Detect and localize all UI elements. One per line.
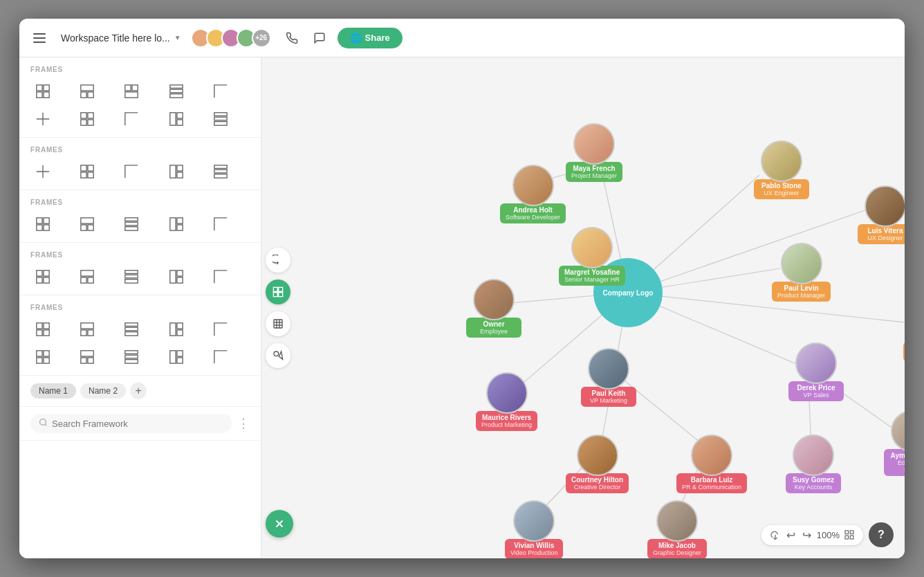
svg-rect-17 bbox=[81, 120, 86, 125]
org-node-luis[interactable]: Luis Vitera UX Designer bbox=[858, 185, 905, 244]
frame-icon[interactable] bbox=[30, 264, 55, 289]
frame-icon[interactable] bbox=[75, 107, 100, 131]
frame-icon[interactable] bbox=[119, 317, 144, 342]
chat-icon[interactable] bbox=[310, 28, 329, 48]
frame-icon[interactable] bbox=[75, 212, 100, 237]
share-button[interactable]: 🌐 Share bbox=[338, 28, 403, 48]
frame-icon[interactable] bbox=[30, 345, 55, 369]
frame-icon[interactable] bbox=[208, 317, 233, 342]
frame-icon[interactable] bbox=[75, 79, 100, 104]
org-node-margret[interactable]: Margret Yosafine Senior Manager HR bbox=[559, 227, 625, 286]
org-node-pablo[interactable]: Pablo Stone UX Engineer bbox=[754, 140, 809, 199]
frames-section-2: FRAMES bbox=[19, 138, 261, 190]
tool-grid[interactable] bbox=[266, 280, 290, 304]
frame-icon[interactable] bbox=[75, 264, 100, 289]
search-icon bbox=[39, 418, 48, 429]
frame-icon[interactable] bbox=[208, 79, 233, 104]
frame-icon[interactable] bbox=[164, 345, 189, 369]
frames-label-1: FRAMES bbox=[30, 66, 250, 73]
frame-icon[interactable] bbox=[75, 159, 100, 184]
svg-point-121 bbox=[274, 351, 279, 356]
svg-rect-0 bbox=[37, 85, 42, 91]
org-node-mike[interactable]: Mike Jacob Graphic Designer bbox=[647, 500, 707, 558]
frame-icon[interactable] bbox=[164, 107, 189, 131]
frame-icon[interactable] bbox=[30, 212, 55, 237]
frame-icon[interactable] bbox=[119, 79, 144, 104]
frames-section-3: FRAMES bbox=[19, 190, 261, 243]
org-node-susy[interactable]: Susy Gomez Key Accounts bbox=[786, 434, 841, 493]
add-tag-button[interactable]: + bbox=[130, 383, 147, 399]
frame-icon[interactable] bbox=[30, 107, 55, 131]
svg-rect-65 bbox=[37, 330, 42, 336]
menu-button[interactable] bbox=[30, 27, 53, 49]
tag-2[interactable]: Name 2 bbox=[80, 383, 126, 399]
svg-rect-108 bbox=[845, 531, 849, 534]
phone-icon[interactable] bbox=[282, 28, 302, 48]
frames-section-4: FRAMES bbox=[19, 243, 261, 295]
card-susy: Susy Gomez Key Accounts bbox=[786, 473, 841, 493]
frame-icon[interactable] bbox=[208, 212, 233, 237]
org-node-courtney[interactable]: Courtney Hilton Creative Director bbox=[566, 434, 629, 493]
frame-icon[interactable] bbox=[119, 212, 144, 237]
svg-rect-62 bbox=[177, 277, 183, 283]
svg-rect-36 bbox=[214, 174, 227, 178]
zoom-controls: ↩ ↪ 100% bbox=[761, 525, 863, 545]
tool-shapes[interactable] bbox=[266, 343, 290, 368]
search-input[interactable] bbox=[52, 419, 223, 429]
svg-rect-109 bbox=[850, 531, 853, 534]
svg-rect-41 bbox=[81, 218, 93, 223]
svg-rect-67 bbox=[81, 323, 93, 329]
help-button[interactable]: ? bbox=[869, 522, 894, 547]
frame-icon[interactable] bbox=[119, 264, 144, 289]
org-node-vivian[interactable]: Vivian Willis Video Production bbox=[505, 500, 563, 558]
more-options-icon[interactable]: ⋮ bbox=[237, 416, 250, 431]
frame-icon[interactable] bbox=[164, 264, 189, 289]
svg-rect-47 bbox=[169, 218, 175, 230]
frame-icon[interactable] bbox=[208, 159, 233, 184]
frame-icon[interactable] bbox=[208, 264, 233, 289]
frame-icon[interactable] bbox=[75, 317, 100, 342]
org-node-andrea[interactable]: Andrea Holt Software Developer bbox=[500, 165, 566, 223]
canvas: Company Logo Maya French Project Manager… bbox=[261, 57, 905, 558]
svg-rect-82 bbox=[88, 358, 93, 363]
org-node-barbara[interactable]: Barbara Luiz PR & Communication bbox=[676, 434, 747, 493]
org-node-paul-keith[interactable]: Paul Keith VP Marketing bbox=[581, 348, 636, 407]
svg-rect-68 bbox=[81, 330, 86, 336]
frame-icon[interactable] bbox=[30, 79, 55, 104]
frame-icon[interactable] bbox=[30, 317, 55, 342]
frame-icon[interactable] bbox=[75, 345, 100, 369]
svg-point-89 bbox=[40, 419, 46, 425]
svg-rect-11 bbox=[169, 89, 182, 93]
org-node-owner[interactable]: Owner Employee bbox=[466, 279, 521, 338]
frame-icon[interactable] bbox=[119, 159, 144, 184]
org-node-maya[interactable]: Maya French Project Manager bbox=[566, 123, 622, 182]
svg-rect-57 bbox=[125, 271, 138, 274]
org-node-paul-levin[interactable]: Paul Levin Product Manager bbox=[772, 243, 831, 302]
frame-icon[interactable] bbox=[208, 107, 233, 131]
svg-rect-58 bbox=[125, 275, 138, 278]
tag-1[interactable]: Name 1 bbox=[30, 383, 76, 399]
org-node-ivan[interactable]: Ivan Filip Sales Engineer bbox=[903, 303, 905, 362]
svg-rect-27 bbox=[81, 165, 86, 171]
org-node-maurice[interactable]: Maurice Rivers Product Marketing bbox=[476, 372, 537, 431]
frame-icon[interactable] bbox=[208, 345, 233, 369]
frame-icon[interactable] bbox=[164, 212, 189, 237]
svg-rect-66 bbox=[44, 330, 49, 336]
redo-button[interactable]: ↪ bbox=[801, 529, 813, 542]
frame-icon[interactable] bbox=[164, 317, 189, 342]
frame-icon[interactable] bbox=[30, 159, 55, 184]
close-button[interactable] bbox=[266, 510, 293, 538]
undo-button[interactable]: ↩ bbox=[785, 529, 797, 542]
frame-icon[interactable] bbox=[164, 79, 189, 104]
tool-frame[interactable] bbox=[266, 311, 290, 336]
svg-rect-1 bbox=[44, 85, 49, 91]
frame-icon[interactable] bbox=[119, 345, 144, 369]
avatar-luis bbox=[865, 185, 905, 227]
svg-rect-61 bbox=[177, 271, 183, 276]
frame-icon[interactable] bbox=[164, 159, 189, 184]
org-node-derek[interactable]: Derek Price VP Sales bbox=[788, 342, 844, 401]
tool-lasso[interactable] bbox=[266, 248, 290, 273]
frame-icon[interactable] bbox=[119, 107, 144, 131]
workspace-title[interactable]: Workspace Title here lo... ▼ bbox=[61, 33, 181, 44]
org-node-ayman[interactable]: Ayman Peter Education Sales bbox=[884, 410, 905, 476]
